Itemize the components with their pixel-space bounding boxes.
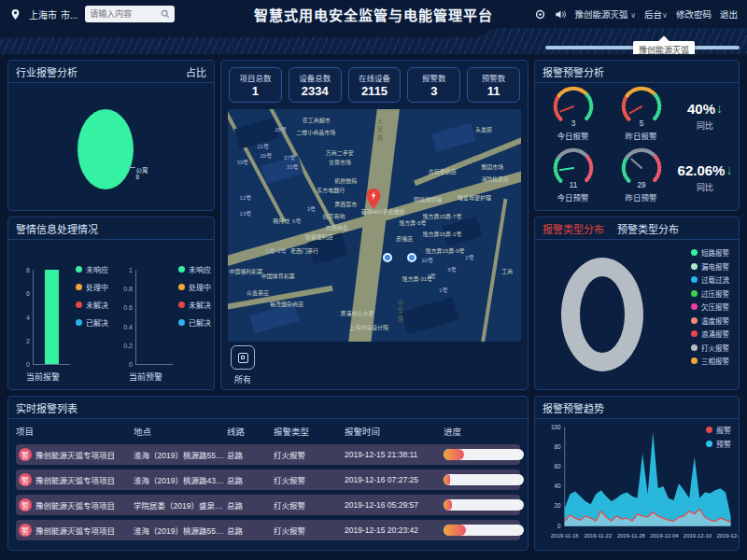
legend-item: 报警 <box>706 425 731 435</box>
map-number-label: 5号 <box>266 246 275 255</box>
panel-alarm-analysis: 报警预警分析 3今日报警5昨日报警40%↓同比11今日预警29昨日预警62.06… <box>534 60 740 211</box>
gauge: 3今日报警 <box>539 85 607 147</box>
legend-label: 短路报警 <box>701 247 729 258</box>
stat-card[interactable]: 在线设备2115 <box>348 67 402 103</box>
gauge-caption: 昨日报警 <box>625 130 656 141</box>
table-row[interactable]: 警豫创能源灭弧专项项目淮海（2019）桃源路55号...总路打火报警2019-1… <box>16 444 520 465</box>
speaker-icon[interactable] <box>555 8 567 21</box>
logout-link[interactable]: 退出 <box>720 7 738 21</box>
table-header-row: 项目地点线路报警类型报警时间进度距今状态 <box>8 419 528 440</box>
legend-dot <box>178 266 185 273</box>
dashboard-grid: 行业报警分析 占比 公寓 8 项目总数1设备总数2334在线设备2115报警数3… <box>0 54 747 556</box>
gauge: 11今日预警 <box>539 147 607 208</box>
gear-icon[interactable] <box>534 8 546 21</box>
pie-label: 公寓 8 <box>135 167 148 180</box>
stat-card-value: 1 <box>252 84 259 98</box>
type-donut-chart[interactable] <box>561 258 643 371</box>
panel-overview-map: 项目总数1设备总数2334在线设备2115报警数3预警数11 农工商超市二楼小商… <box>220 60 529 390</box>
column-header: 地点 <box>134 425 227 438</box>
stat-card[interactable]: 项目总数1 <box>229 67 282 103</box>
map-poi-label: 机修数码 <box>334 176 357 185</box>
table-row[interactable]: 警豫创能源灭弧专项项目淮海（2019）桃源路43号 6...总路打火报警2019… <box>16 469 520 490</box>
map-number-label: 10号 <box>421 256 433 264</box>
svg-text:2019-12-16: 2019-12-16 <box>716 533 739 539</box>
axis-tick-label: 0.4 <box>114 324 133 330</box>
progress-fill <box>444 449 464 460</box>
location-cell: 学院居委（2019）盛泉苑7... <box>134 499 227 511</box>
legend-dot <box>691 263 698 270</box>
search-input[interactable] <box>90 9 157 19</box>
stat-card[interactable]: 报警数3 <box>407 67 460 103</box>
chart-legend: 未响应处理中未解决已解决 <box>76 264 108 328</box>
legend-item: 已解决 <box>178 317 211 328</box>
device-icon <box>238 353 248 363</box>
band-cut-shape <box>0 28 495 37</box>
industry-pie-chart[interactable] <box>78 109 134 189</box>
legend-item: 短路报警 <box>691 247 729 258</box>
project-cell: 警豫创能源灭弧专项项目 <box>16 473 134 486</box>
axis-tick-label: 0.6 <box>114 304 133 311</box>
progress-bar <box>444 525 524 536</box>
panel-realtime-alarms: 实时报警列表 项目地点线路报警类型报警时间进度距今状态 警豫创能源灭弧专项项目淮… <box>7 396 529 551</box>
legend-dot <box>691 330 698 337</box>
stat-card[interactable]: 预警数11 <box>467 67 520 103</box>
stat-card-label: 预警数 <box>482 72 506 83</box>
arrow-down-icon: ↓ <box>716 101 723 116</box>
panel-type-distribution: 报警类型分布 预警类型分布 短路报警漏电报警过载过流过压报警欠压报警温度报警浪涌… <box>534 217 740 390</box>
user-menu[interactable]: 豫创能源灭弧 ∨ <box>575 7 637 21</box>
map-poi-label: 众鑫茶庄 <box>247 288 269 297</box>
tab-alarm-type[interactable]: 报警类型分布 <box>543 221 604 236</box>
metro-station-icon <box>383 253 392 262</box>
table-row[interactable]: 警豫创能源灭弧专项项目淮海（2019）桃源路55弄4...总路打火报警2019-… <box>16 520 520 540</box>
panel-title: 报警预警分析 <box>543 64 604 79</box>
table-body: 警豫创能源灭弧专项项目淮海（2019）桃源路55号...总路打火报警2019-1… <box>8 440 528 540</box>
search-icon[interactable] <box>161 9 170 19</box>
change-password-link[interactable]: 修改密码 <box>676 7 712 21</box>
legend-label: 浪涌报警 <box>701 329 729 339</box>
axis-tick-label: 0.8 <box>114 286 133 292</box>
decorative-band: 豫创能源灭弧 <box>0 28 747 54</box>
legend-label: 未解决 <box>86 300 108 310</box>
legend-dot <box>691 276 698 283</box>
alarm-type-cell: 打火报警 <box>274 474 345 485</box>
search-box[interactable] <box>85 6 175 22</box>
map-road-label: 中华路 <box>395 300 404 324</box>
map-poi-label: 黄浦中心大厦 <box>340 309 374 317</box>
legend-dot <box>178 284 185 290</box>
axis-category-label: 当前报警 <box>12 371 74 383</box>
map-number-label: 21号 <box>257 142 269 150</box>
project-name: 豫创能源灭弧专项项目 <box>35 525 115 536</box>
project-cell: 警豫创能源灭弧专项项目 <box>16 448 134 461</box>
stat-card-label: 项目总数 <box>239 72 271 83</box>
legend-label: 已解决 <box>86 317 108 328</box>
bar <box>45 270 59 364</box>
location-cell: 淮海（2019）桃源路43号 6... <box>134 474 227 485</box>
legend-dot <box>178 319 185 326</box>
stat-card[interactable]: 设备总数2334 <box>289 67 342 103</box>
map-view[interactable]: 农工商超市二楼小商品市场万商二手安交易市场头发廊古玩老债店豫园市场消防检查队机修… <box>228 109 521 342</box>
city-selector[interactable]: 上海市 市... <box>29 7 78 21</box>
column-header: 报警时间 <box>345 425 444 438</box>
map-poi-label: 中国体育彩票 <box>261 272 295 280</box>
stat-card-label: 在线设备 <box>359 72 390 83</box>
chevron-down-icon: ∨ <box>662 11 668 20</box>
backend-menu[interactable]: 后台∨ <box>644 7 668 21</box>
table-row[interactable]: 警豫创能源灭弧专项项目学院居委（2019）盛泉苑7...总路打火报警2019-1… <box>16 495 520 515</box>
legend-item: 过载过流 <box>691 274 729 285</box>
progress-fill <box>444 525 466 536</box>
legend-dot <box>691 303 698 310</box>
map-number-label: 3号 <box>307 204 316 213</box>
legend-item: 预警 <box>706 439 731 449</box>
map-marker-label: 首荷MID手表维修 <box>360 207 404 216</box>
device-filter-button[interactable] <box>231 345 255 370</box>
svg-text:5: 5 <box>639 119 643 128</box>
pie-label-tick <box>128 167 135 168</box>
current-warning-bar-chart: 未响应处理中未解决已解决 00.20.40.60.81当前预警 <box>111 240 214 389</box>
svg-text:2019-12-10: 2019-12-10 <box>684 533 712 539</box>
panel-subtitle: 占比 <box>186 64 206 79</box>
legend-item: 欠压报警 <box>691 301 729 312</box>
map-poi-label: 篾方弄15弄-9号 <box>426 246 465 255</box>
legend-label: 三相报警 <box>701 356 729 366</box>
project-name: 豫创能源灭弧专项项目 <box>35 474 115 485</box>
tab-warning-type[interactable]: 预警类型分布 <box>617 221 679 236</box>
